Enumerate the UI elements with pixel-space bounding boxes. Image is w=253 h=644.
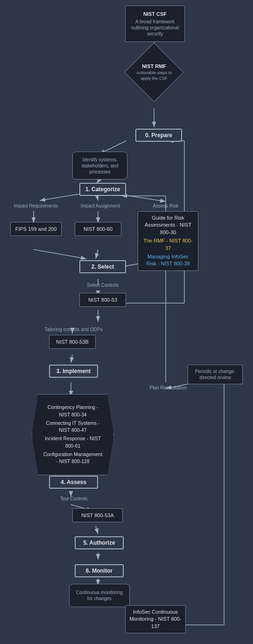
- impact-assign-label: Impact Assignment: [75, 200, 126, 212]
- contingency-node: Contingency Planning - NIST 800-34 Conne…: [32, 394, 114, 475]
- nist-rmf-desc: Actionable steps to apply the CSF: [134, 70, 175, 81]
- assess-risk-text: Assess Risk: [153, 203, 178, 209]
- nist-800-53b-label: NIST 800-53B: [56, 339, 89, 345]
- assess-label: 4. Assess: [61, 479, 86, 485]
- fips-label: FIPS 199 and 200: [15, 226, 57, 232]
- select-node: 2. Select: [79, 260, 126, 273]
- infosec-node: InfoSec Continuous Monitoring - NIST 800…: [125, 605, 186, 633]
- implement-label: 3. Implement: [56, 368, 91, 374]
- nist-rmf-diamond: NIST RMF Actionable steps to apply the C…: [124, 42, 183, 102]
- guide-risk-node: Guide for Risk Assessments - NIST 800-30…: [138, 211, 198, 271]
- monitor-label: 6. Monitor: [86, 568, 112, 574]
- assess-risk-label: Assess Risk: [142, 200, 189, 212]
- assess-node: 4. Assess: [49, 476, 98, 489]
- svg-line-23: [96, 526, 98, 534]
- plan-remediation-label: Plan Remediation: [138, 382, 198, 393]
- svg-line-18: [71, 354, 72, 363]
- impact-req-label: Impact Requirements: [10, 200, 62, 212]
- nist-800-53-label: NIST 800-53: [88, 297, 117, 303]
- categorize-label: 1. Categorize: [85, 186, 120, 193]
- nist-rmf-title: NIST RMF: [134, 63, 175, 69]
- contingency-line1: Contingency Planning - NIST 800-34: [42, 404, 103, 419]
- categorize-node: 1. Categorize: [79, 183, 126, 196]
- continuous-monitoring-node: Continuous monitoring for changes: [69, 584, 130, 607]
- prepare-label: 0. Prepare: [145, 132, 172, 138]
- nist-800-53a-label: NIST 800-53A: [81, 512, 114, 519]
- identify-node: Identify systems, stakeholders, and proc…: [72, 152, 127, 180]
- nist-csf-node: NIST CSF A broad framework outlining org…: [125, 6, 185, 42]
- prepare-node: 0. Prepare: [135, 129, 182, 142]
- monitor-node: 6. Monitor: [75, 564, 124, 577]
- authorize-node: 5. Authorize: [75, 536, 124, 549]
- nist-800-53b-node: NIST 800-53B: [49, 335, 96, 349]
- nist-800-53a-node: NIST 800-53A: [72, 508, 123, 522]
- periodic-node: Periodic or change-directed review: [188, 365, 243, 384]
- select-label: 2. Select: [91, 263, 114, 270]
- contingency-line2: Connecting IT Systems - NIST 800-47: [42, 420, 103, 435]
- nist-csf-desc: A broad framework outlining organization…: [129, 19, 181, 37]
- tailoring-label: Tailoring controls and ODPs: [35, 324, 112, 334]
- authorize-label: 5. Authorize: [83, 540, 115, 546]
- nist-800-60-node: NIST 800-60: [75, 222, 121, 236]
- infosec-label: InfoSec Continuous Monitoring - NIST 800…: [129, 609, 182, 630]
- svg-line-11: [34, 249, 86, 259]
- impact-assign-text: Impact Assignment: [81, 203, 120, 209]
- guide-risk-line2: The RMF - NIST 800-37: [142, 237, 194, 252]
- impact-req-text: Impact Requirements: [14, 203, 58, 209]
- identify-label: Identify systems, stakeholders, and proc…: [77, 157, 123, 175]
- nist-csf-title: NIST CSF: [129, 11, 181, 17]
- contingency-line4: Configuration Management - NIST 800-128: [42, 451, 103, 466]
- test-controls-label: Test Controls: [50, 493, 97, 504]
- periodic-label: Periodic or change-directed review: [192, 368, 239, 381]
- continuous-monitoring-label: Continuous monitoring for changes: [73, 589, 126, 602]
- nist-800-60-label: NIST 800-60: [84, 226, 112, 232]
- implement-node: 3. Implement: [49, 365, 98, 378]
- plan-remediation-text: Plan Remediation: [150, 385, 187, 391]
- nist-800-53-node: NIST 800-53: [79, 293, 126, 307]
- connections-svg: [0, 0, 253, 644]
- test-controls-text: Test Controls: [60, 496, 87, 502]
- guide-risk-line3: Managing InfoSec Risk - NIST 800-39: [142, 253, 194, 268]
- select-controls-text: Select Controls: [87, 282, 119, 288]
- guide-risk-line1: Guide for Risk Assessments - NIST 800-30: [142, 215, 194, 236]
- contingency-line3: Incident Response - NIST 800-61: [42, 435, 103, 450]
- select-controls-label: Select Controls: [72, 280, 133, 290]
- fips-node: FIPS 199 and 200: [10, 222, 62, 236]
- svg-line-12: [96, 249, 98, 259]
- tailoring-text: Tailoring controls and ODPs: [45, 326, 103, 332]
